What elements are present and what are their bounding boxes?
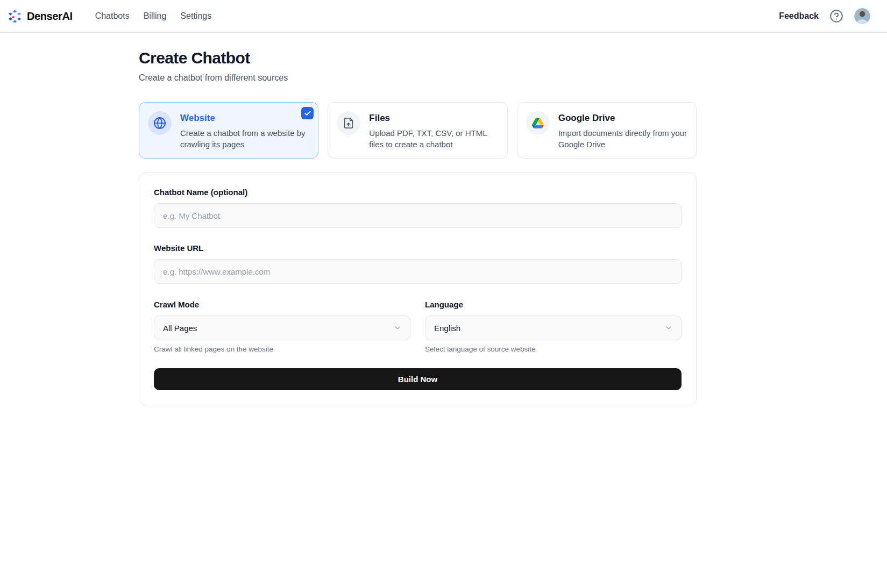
chevron-down-icon [393, 324, 402, 332]
brand-logo[interactable]: DenserAI [7, 9, 73, 24]
create-chatbot-form: Chatbot Name (optional) Website URL Craw… [139, 173, 697, 405]
source-card-website[interactable]: Website Create a chatbot from a website … [139, 102, 318, 159]
crawl-mode-field: Crawl Mode All Pages Crawl all linked pa… [154, 300, 410, 353]
denserai-logo-icon [7, 9, 23, 24]
chatbot-name-input[interactable] [154, 203, 682, 228]
top-navbar: DenserAI Chatbots Billing Settings Feedb… [0, 0, 887, 33]
feedback-link[interactable]: Feedback [779, 11, 819, 21]
user-avatar[interactable] [854, 8, 870, 24]
language-value: English [434, 324, 460, 333]
card-title-website: Website [180, 113, 309, 124]
website-url-field: Website URL [154, 243, 682, 284]
card-desc-website: Create a chatbot from a website by crawl… [180, 127, 309, 150]
nav-item-chatbots[interactable]: Chatbots [95, 11, 130, 21]
crawl-mode-value: All Pages [163, 324, 197, 333]
crawl-mode-select[interactable]: All Pages [154, 315, 410, 340]
page-subtitle: Create a chatbot from different sources [139, 73, 697, 83]
main-nav: Chatbots Billing Settings [95, 11, 212, 21]
source-card-google-drive[interactable]: Google Drive Import documents directly f… [517, 102, 697, 159]
website-url-label: Website URL [154, 243, 682, 253]
main-content: Create Chatbot Create a chatbot from dif… [139, 49, 697, 405]
page-title: Create Chatbot [139, 49, 697, 67]
language-hint: Select language of source website [425, 345, 682, 353]
card-title-files: Files [369, 113, 498, 124]
language-select[interactable]: English [425, 315, 682, 340]
build-now-button[interactable]: Build Now [154, 368, 682, 390]
source-card-list: Website Create a chatbot from a website … [139, 102, 697, 159]
card-desc-files: Upload PDF, TXT, CSV, or HTML files to c… [369, 127, 498, 150]
source-card-files[interactable]: Files Upload PDF, TXT, CSV, or HTML file… [328, 102, 507, 159]
card-title-google-drive: Google Drive [558, 113, 687, 124]
language-field: Language English Select language of sour… [425, 300, 682, 353]
crawl-mode-label: Crawl Mode [154, 300, 410, 309]
card-desc-google-drive: Import documents directly from your Goog… [558, 127, 687, 150]
chatbot-name-field: Chatbot Name (optional) [154, 188, 682, 228]
globe-icon [148, 111, 172, 135]
nav-item-billing[interactable]: Billing [144, 11, 167, 21]
brand-name: DenserAI [27, 10, 73, 23]
google-drive-icon [526, 111, 550, 135]
chevron-down-icon [664, 324, 673, 332]
file-upload-icon [337, 111, 360, 135]
header-right-cluster: Feedback [779, 8, 870, 24]
website-url-input[interactable] [154, 259, 682, 284]
nav-item-settings[interactable]: Settings [180, 11, 211, 21]
selected-check-icon[interactable] [301, 107, 314, 119]
help-circle-icon[interactable] [829, 9, 843, 23]
options-row: Crawl Mode All Pages Crawl all linked pa… [154, 300, 682, 353]
chatbot-name-label: Chatbot Name (optional) [154, 188, 682, 197]
crawl-mode-hint: Crawl all linked pages on the website [154, 345, 410, 353]
language-label: Language [425, 300, 682, 309]
